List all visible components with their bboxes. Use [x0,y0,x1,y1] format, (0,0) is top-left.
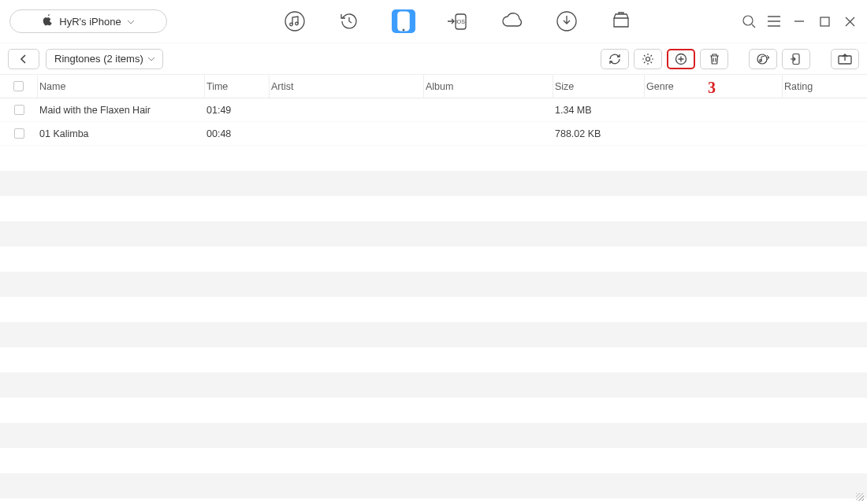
row-checkbox[interactable] [0,128,38,139]
minimize-button[interactable] [791,13,807,29]
add-button[interactable] [667,49,695,69]
back-button[interactable] [8,49,39,69]
maximize-button[interactable] [817,13,832,29]
checkbox-icon [13,81,24,91]
search-icon[interactable] [741,13,757,29]
svg-rect-4 [398,13,409,28]
svg-rect-10 [820,17,829,26]
col-artist[interactable]: Artist [270,75,424,98]
col-time[interactable]: Time [205,75,270,98]
col-name[interactable]: Name [38,75,205,98]
cell-name: Maid with the Flaxen Hair [38,105,205,116]
menu-icon[interactable] [766,13,782,29]
top-toolbar: HyR's iPhone iOS [0,0,867,43]
to-device-button[interactable] [782,49,810,69]
cell-size: 788.02 KB [553,128,645,139]
checkbox-icon [14,105,24,115]
nav-cloud[interactable] [500,9,524,33]
cell-name: 01 Kalimba [38,128,205,139]
row-checkbox[interactable] [0,105,38,115]
nav-history[interactable] [337,9,361,33]
apple-icon [43,14,53,28]
col-size[interactable]: Size [553,75,645,98]
col-rating[interactable]: Rating [783,75,865,98]
nav-phone[interactable] [392,9,415,33]
empty-area [0,146,867,504]
settings-button[interactable] [634,49,662,69]
category-dropdown[interactable]: Ringtones (2 items) [46,49,163,69]
svg-point-9 [743,16,753,25]
nav-to-ios[interactable]: iOS [446,9,470,33]
chevron-down-icon [148,54,154,63]
nav-toolbox[interactable] [609,9,633,33]
table-header: Name Time Artist Album Size Genre Rating [0,75,867,98]
file-table: Name Time Artist Album Size Genre Rating… [0,75,867,504]
device-name: HyR's iPhone [59,16,121,28]
svg-point-11 [646,57,650,61]
col-album[interactable]: Album [424,75,553,98]
cell-time: 00:48 [205,128,270,139]
sub-toolbar: Ringtones (2 items) [0,43,867,75]
cell-size: 1.34 MB [553,105,645,116]
export-button[interactable] [831,49,859,69]
device-selector[interactable]: HyR's iPhone [9,9,167,33]
delete-button[interactable] [700,49,728,69]
chevron-down-icon [128,17,134,26]
action-bar [601,49,859,69]
category-label: Ringtones (2 items) [54,53,143,65]
top-nav: iOS [167,9,741,33]
svg-text:iOS: iOS [456,19,465,24]
to-itunes-button[interactable] [749,49,777,69]
checkbox-icon [14,128,24,139]
resize-grip[interactable] [856,493,864,501]
window-controls [741,13,858,29]
svg-point-5 [403,29,404,31]
nav-download[interactable] [555,9,579,33]
svg-point-14 [760,59,762,61]
refresh-button[interactable] [601,49,629,69]
svg-point-0 [285,12,304,31]
table-row[interactable]: Maid with the Flaxen Hair 01:49 1.34 MB [0,98,867,122]
svg-point-13 [757,54,767,64]
annotation-step-3: 3 [708,79,716,97]
close-button[interactable] [842,13,858,29]
svg-point-1 [290,23,293,26]
nav-music[interactable] [283,9,307,33]
svg-point-2 [296,22,299,25]
table-row[interactable]: 01 Kalimba 00:48 788.02 KB [0,122,867,146]
cell-time: 01:49 [205,105,270,116]
select-all-cell[interactable] [0,75,38,98]
